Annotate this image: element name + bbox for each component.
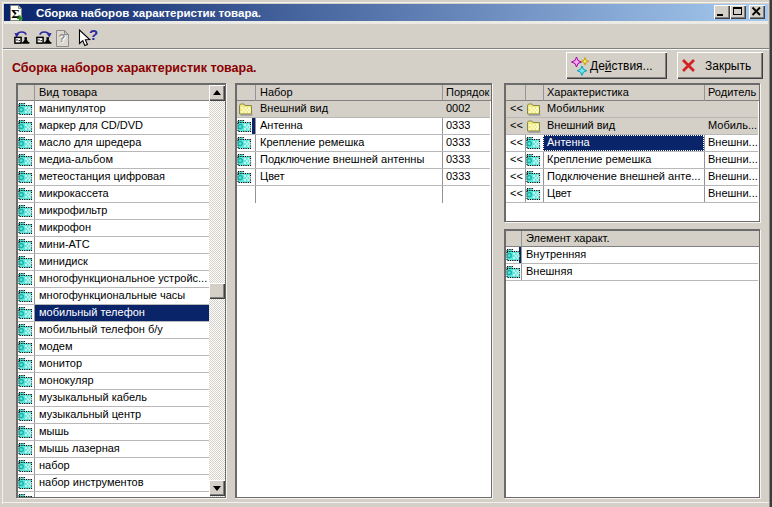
svg-text:?: ? [59, 32, 66, 44]
svg-text:?: ? [89, 28, 98, 43]
